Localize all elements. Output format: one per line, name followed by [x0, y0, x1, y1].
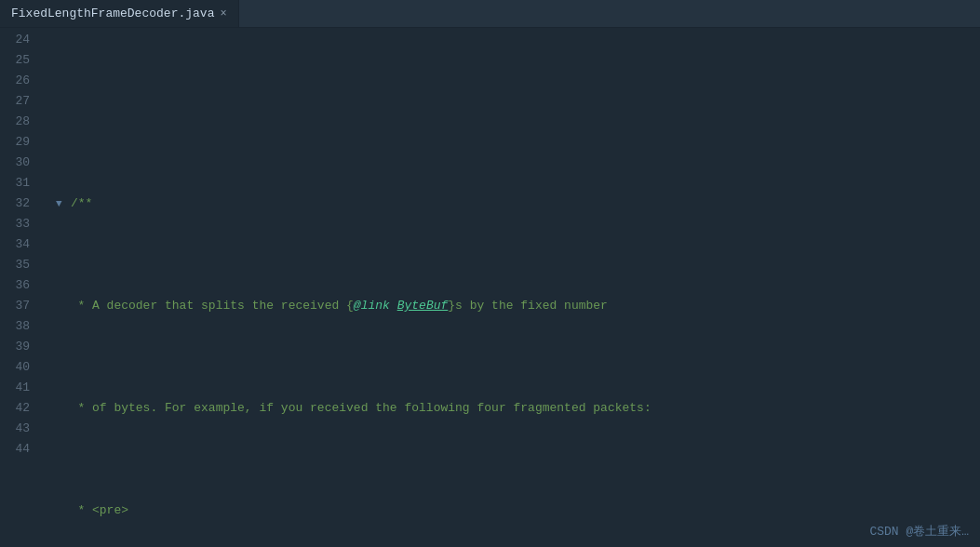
line-numbers: 24 25 26 27 28 29 30 31 32 33 34 35 36 3… — [0, 28, 47, 547]
code-line-25: ▼/** — [47, 193, 980, 214]
ln-44: 44 — [0, 439, 37, 460]
ln-41: 41 — [0, 378, 37, 398]
ln-26: 26 — [0, 71, 37, 91]
ln-36: 36 — [0, 275, 37, 296]
watermark: CSDN @卷土重来… — [869, 523, 969, 540]
ln-27: 27 — [0, 91, 37, 112]
code-line-28: * <pre> — [47, 500, 980, 521]
ln-33: 33 — [0, 214, 37, 234]
ln-31: 31 — [0, 173, 37, 193]
tab-bar: FixedLengthFrameDecoder.java × — [0, 0, 980, 28]
code-line-26: * A decoder that splits the received {@l… — [47, 296, 980, 316]
ln-39: 39 — [0, 337, 37, 357]
ln-35: 35 — [0, 255, 37, 275]
ln-40: 40 — [0, 357, 37, 378]
code-content: ▼/** * A decoder that splits the receive… — [47, 28, 980, 547]
fold-icon-25[interactable]: ▼ — [56, 193, 69, 214]
ln-43: 43 — [0, 419, 37, 439]
code-area: 24 25 26 27 28 29 30 31 32 33 34 35 36 3… — [0, 28, 980, 547]
ln-34: 34 — [0, 234, 37, 255]
ln-30: 30 — [0, 153, 37, 173]
code-line-27: * of bytes. For example, if you received… — [47, 398, 980, 419]
close-tab-button[interactable]: × — [220, 7, 226, 20]
editor-container: FixedLengthFrameDecoder.java × 24 25 26 … — [0, 0, 980, 547]
ln-42: 42 — [0, 398, 37, 419]
ln-38: 38 — [0, 316, 37, 337]
ln-25: 25 — [0, 50, 37, 71]
code-line-24 — [47, 91, 980, 112]
ln-37: 37 — [0, 296, 37, 316]
ln-24: 24 — [0, 30, 37, 50]
active-tab[interactable]: FixedLengthFrameDecoder.java × — [0, 0, 239, 27]
tab-filename: FixedLengthFrameDecoder.java — [11, 7, 214, 20]
ln-32: 32 — [0, 193, 37, 214]
ln-28: 28 — [0, 112, 37, 132]
ln-29: 29 — [0, 132, 37, 153]
